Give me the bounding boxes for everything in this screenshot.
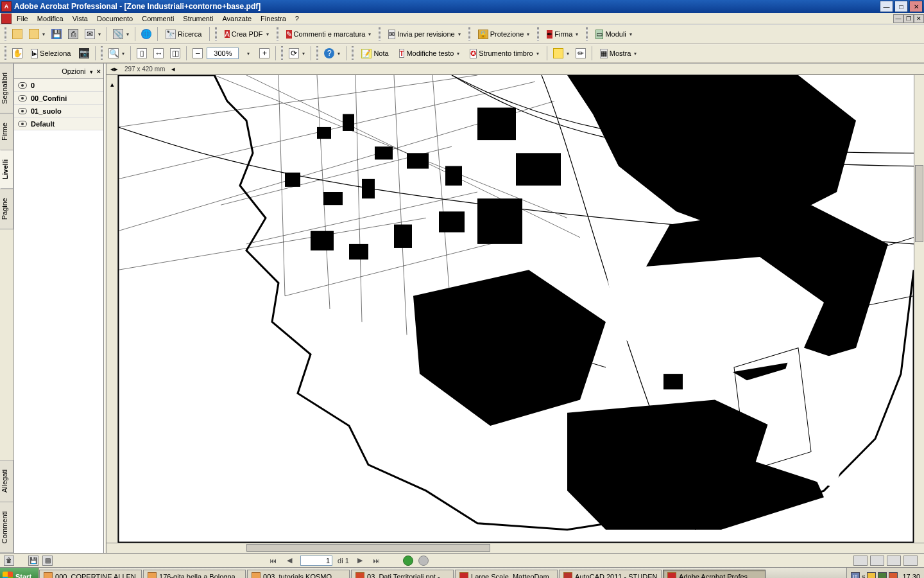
trash-icon[interactable]: 🗑 [4, 556, 14, 566]
forward-history-button[interactable] [418, 556, 429, 566]
attach-button[interactable]: 📎 [110, 26, 132, 42]
zoom-input[interactable] [207, 48, 239, 59]
menu-avanzate[interactable]: Avanzate [218, 13, 255, 24]
fit-visible-button[interactable]: ◫ [167, 46, 183, 61]
pages-dock-icon[interactable]: ▤ [42, 556, 53, 566]
scrollbar-thumb[interactable] [246, 544, 490, 552]
firma-button[interactable]: ✒Firma [542, 26, 583, 42]
visibility-icon[interactable] [18, 108, 27, 114]
single-page-view-button[interactable] [853, 556, 868, 566]
continuous-view-button[interactable] [870, 556, 884, 566]
moduli-button[interactable]: ▭Moduli [591, 26, 636, 42]
taskbar-item[interactable]: 003_tutorials KOSMO [247, 570, 350, 579]
toolbar-grip[interactable] [316, 46, 318, 60]
toolbar-grip[interactable] [281, 46, 283, 60]
snapshot-button[interactable]: 📷 [76, 46, 92, 61]
panel-close-button[interactable]: × [97, 67, 101, 75]
minimize-button[interactable]: — [880, 1, 893, 12]
draw-tool-button[interactable]: ✏ [573, 46, 588, 61]
toolbar-grip[interactable] [468, 27, 470, 41]
commenti-marcatura-button[interactable]: ✎Commenti e marcatura [282, 26, 376, 42]
continuous-facing-view-button[interactable] [903, 556, 918, 566]
sidetab-allegati[interactable]: Allegati [0, 460, 13, 502]
menu-help[interactable]: ? [291, 13, 303, 24]
toolbar-grip[interactable] [277, 27, 278, 41]
layer-row[interactable]: Default [14, 118, 103, 130]
scrollbar-thumb[interactable] [915, 165, 923, 242]
taskbar-item[interactable]: 176-gita bella a Bologna,... [143, 570, 246, 579]
toolbar-grip[interactable] [352, 46, 354, 60]
web-button[interactable]: 🌐 [139, 26, 154, 42]
prev-page-button[interactable]: ◀ [284, 555, 295, 566]
zoom-in-button[interactable]: + [257, 46, 272, 61]
back-history-button[interactable] [403, 556, 413, 566]
modifiche-testo-button[interactable]: TModifiche testo [395, 46, 465, 61]
menu-commenti[interactable]: Commenti [138, 13, 178, 24]
horizontal-scrollbar[interactable] [118, 543, 914, 553]
toolbar-grip[interactable] [586, 27, 588, 41]
layer-row[interactable]: 0 [14, 79, 103, 92]
invia-revisione-button[interactable]: ✉Invia per revisione [384, 26, 465, 42]
vertical-scrollbar[interactable] [914, 75, 924, 543]
help-button[interactable]: ? [321, 46, 343, 61]
close-button[interactable]: ✕ [909, 1, 923, 12]
first-page-button[interactable]: ⏮ [267, 555, 278, 566]
volume-icon[interactable] [889, 572, 898, 579]
menu-file[interactable]: File [13, 13, 32, 24]
sidetab-segnalibri[interactable]: Segnalibri [0, 63, 13, 114]
search-button[interactable]: 🔭Ricerca [161, 26, 206, 42]
mdi-close[interactable]: ✕ [914, 14, 924, 23]
save-button[interactable]: 💾 [49, 26, 64, 42]
fit-page-button[interactable]: ▯ [134, 46, 150, 61]
visibility-icon[interactable] [18, 121, 27, 127]
facing-view-button[interactable] [887, 556, 901, 566]
page-number-input[interactable] [300, 556, 332, 566]
zoom-presets-button[interactable] [240, 46, 255, 61]
network-icon[interactable] [878, 572, 887, 579]
visibility-icon[interactable] [18, 82, 27, 89]
last-page-button[interactable]: ⏭ [371, 555, 382, 566]
menu-vista[interactable]: Vista [69, 13, 92, 24]
menu-strumenti[interactable]: Strumenti [179, 13, 217, 24]
next-page-button[interactable]: ▶ [354, 555, 366, 566]
visibility-icon[interactable] [18, 95, 27, 101]
rotate-button[interactable]: ⟳ [286, 46, 307, 61]
document-view[interactable] [118, 75, 914, 543]
options-menu[interactable]: Opzioni [62, 67, 85, 75]
menu-modifica[interactable]: Modifica [33, 13, 67, 24]
tray-expand-icon[interactable]: « [862, 573, 866, 578]
shield-icon[interactable] [867, 572, 876, 579]
taskbar-item[interactable]: 000_COPERTINE ALLEN [39, 570, 142, 579]
mostra-button[interactable]: ▦Mostra [595, 46, 642, 61]
protezione-button[interactable]: 🔒Protezione [474, 26, 535, 42]
fit-width-button[interactable]: ↔ [151, 46, 166, 61]
toolbar-grip[interactable] [101, 46, 103, 60]
layer-row[interactable]: 00_Confini [14, 92, 103, 105]
start-button[interactable]: Start [0, 568, 38, 578]
ruler-caret-icon[interactable]: ◂ [171, 65, 175, 73]
layer-row[interactable]: 01_suolo [14, 105, 103, 118]
sidetab-commenti[interactable]: Commenti [0, 502, 13, 553]
toolbar-grip[interactable] [4, 46, 6, 60]
menu-finestra[interactable]: Finestra [257, 13, 290, 24]
sidetab-livelli[interactable]: Livelli [0, 150, 13, 189]
options-caret-icon[interactable] [90, 67, 93, 75]
clock[interactable]: 17.30 [900, 573, 920, 579]
zoom-dynamic-button[interactable]: 🔍 [106, 46, 127, 61]
ruler-caret-icon[interactable]: ▴ [110, 80, 114, 89]
strumento-timbro-button[interactable]: ✪Strumento timbro [465, 46, 543, 61]
open-recent-button[interactable] [26, 26, 47, 42]
taskbar-item[interactable]: Large Scale_MatteoDam... [455, 570, 558, 579]
print-button[interactable]: ⎙ [65, 26, 81, 42]
menu-documento[interactable]: Documento [93, 13, 137, 24]
seleziona-button[interactable]: I▸Seleziona [26, 46, 75, 61]
highlight-button[interactable] [551, 46, 572, 61]
toolbar-grip[interactable] [215, 27, 217, 41]
taskbar-item[interactable]: AutoCAD 2011 - STUDEN... [559, 570, 662, 579]
mdi-minimize[interactable]: — [893, 14, 903, 23]
zoom-out-button[interactable]: – [190, 46, 205, 61]
create-pdf-button[interactable]: ACrea PDF [220, 26, 273, 42]
toolbar-grip[interactable] [4, 27, 6, 41]
mdi-restore[interactable]: ❐ [903, 14, 914, 23]
lang-indicator-icon[interactable]: IT [851, 572, 860, 579]
